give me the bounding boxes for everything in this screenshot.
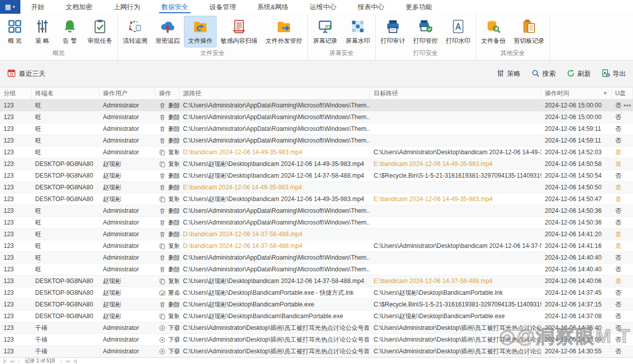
- ribbon-item-trace[interactable]: 流转追溯: [119, 16, 151, 47]
- column-header-1[interactable]: 分组: [0, 88, 32, 99]
- pager-prev-page-button[interactable]: ««: [10, 358, 14, 364]
- cell-usb: 否: [612, 205, 633, 216]
- table-row[interactable]: 123DESKTOP-9G8NA80赵现彬复制C:\Users\赵现彬\Desk…: [0, 193, 633, 205]
- cell-user: Administrator: [99, 346, 155, 357]
- table-row[interactable]: 123DESKTOP-9G8NA80赵现彬重命名C:\Users\赵现彬\Des…: [0, 287, 633, 299]
- tab-7[interactable]: 运维中心: [299, 0, 347, 14]
- table-row[interactable]: 123千禧Administrator下载C:\Users\Administrat…: [0, 334, 633, 346]
- ribbon-item-bell[interactable]: 告 警: [57, 16, 83, 47]
- ribbon-item-grid[interactable]: 概 览: [2, 16, 28, 47]
- cell-user: Administrator: [99, 217, 155, 228]
- cell-operation: 下载: [155, 334, 179, 345]
- app-grid-icon: ▦: [5, 3, 11, 11]
- row-more-button[interactable]: •••: [623, 100, 631, 111]
- table-row[interactable]: 123旺Administrator复制D:\bandicam 2024-12-0…: [0, 240, 633, 252]
- cell-operation: 删除: [155, 252, 179, 263]
- pager-prev-button[interactable]: ‹: [18, 358, 19, 364]
- date-filter-button[interactable]: 23 最近三天: [7, 69, 45, 79]
- cell-time: 2024-12-06 14:50:47: [541, 193, 612, 205]
- column-header-5[interactable]: 源路径: [179, 88, 370, 99]
- backup-icon: [485, 18, 502, 35]
- copy-operation-icon: [159, 161, 166, 167]
- filter-caret-icon[interactable]: ▼: [603, 88, 608, 99]
- table-row[interactable]: 123DESKTOP-9G8NA80赵现彬删除C:\Users\赵现彬\Desk…: [0, 170, 633, 182]
- sliders-button[interactable]: 策略: [496, 69, 520, 79]
- operation-label: 复制: [168, 193, 179, 205]
- pager-next-button[interactable]: ›: [61, 358, 62, 364]
- ribbon-item-wm-grid[interactable]: 屏幕水印: [342, 16, 374, 47]
- ribbon-item-folder-out[interactable]: 文件外发管控: [262, 16, 306, 47]
- ribbon-group: 概 览策 略告 警审批任务概览: [0, 14, 118, 60]
- table-row[interactable]: 123DESKTOP-9G8NA80赵现彬复制C:\Users\赵现彬\Desk…: [0, 158, 633, 170]
- table-row[interactable]: 123DESKTOP-9G8NA80赵现彬删除C:\Users\赵现彬\Desk…: [0, 299, 633, 311]
- cell-target-path: C:\Users\Administrator\Desktop\插画\员工被打耳光…: [370, 334, 541, 345]
- cell-user: 赵现彬: [99, 193, 155, 205]
- table-row[interactable]: 123旺Administrator删除C:\Users\Administrato…: [0, 205, 633, 217]
- tab-5[interactable]: 设备管理: [199, 0, 247, 14]
- table-row[interactable]: 123旺Administrator删除C:\Users\Administrato…: [0, 217, 633, 229]
- refresh-button[interactable]: 刷新: [567, 69, 591, 79]
- tab-4[interactable]: 数据安全: [151, 0, 199, 14]
- cell-time: 2024-12-06 14:37:08: [541, 311, 612, 322]
- ribbon-item-screen-rec[interactable]: 屏幕记录: [309, 16, 341, 47]
- pager-first-button[interactable]: |«: [3, 358, 6, 364]
- cell-user: 赵现彬: [99, 158, 155, 170]
- column-header-2[interactable]: 终端名: [32, 88, 99, 99]
- cell-group: 123: [0, 158, 32, 170]
- table-row[interactable]: 123DESKTOP-9G8NA80赵现彬复制C:\Users\赵现彬\Desk…: [0, 311, 633, 322]
- ribbon-item-printer-shield[interactable]: 打印管控: [410, 16, 441, 47]
- cell-group: 123: [0, 311, 32, 322]
- column-header-4[interactable]: 操作: [155, 88, 179, 99]
- cell-time: 2024-12-06 14:59:11: [541, 135, 612, 146]
- table-row[interactable]: 123旺Administrator删除C:\Users\Administrato…: [0, 123, 633, 135]
- table-row[interactable]: 123DESKTOP-9G8NA80赵现彬删除E:\bandicam 2024-…: [0, 182, 633, 193]
- ribbon-item-folder-return[interactable]: 文件操作: [184, 16, 216, 47]
- delete-operation-icon: [159, 301, 166, 308]
- pager-next-page-button[interactable]: »»: [65, 358, 70, 364]
- table-row[interactable]: 123旺Administrator删除C:\Users\Administrato…: [0, 111, 633, 123]
- delete-operation-icon: [159, 255, 166, 261]
- column-header-7[interactable]: 操作时间▼: [541, 88, 612, 99]
- export-button[interactable]: 导出: [602, 69, 626, 79]
- tab-2[interactable]: 文档加密: [55, 0, 103, 14]
- table-row[interactable]: 123旺Administrator删除C:\Users\Administrato…: [0, 135, 633, 147]
- operation-label: 删除: [168, 252, 179, 263]
- pager-last-button[interactable]: »|: [73, 358, 76, 364]
- column-header-3[interactable]: 操作用户: [99, 88, 155, 99]
- cell-operation: 复制: [155, 275, 179, 287]
- ribbon-item-doc-a[interactable]: 打印水印: [442, 16, 474, 47]
- table-row[interactable]: 123旺Administrator删除D:\bandicam 2024-12-0…: [0, 229, 633, 240]
- tab-3[interactable]: 上网行为: [103, 0, 151, 14]
- cell-terminal: 旺: [32, 100, 99, 111]
- column-header-8[interactable]: U盘: [612, 88, 633, 99]
- cell-terminal: DESKTOP-9G8NA80: [32, 287, 99, 298]
- cell-operation: 删除: [155, 182, 179, 193]
- table-row[interactable]: 123旺Administrator删除C:\Users\Administrato…: [0, 264, 633, 275]
- table-row[interactable]: 123千禧Administrator下载C:\Users\Administrat…: [0, 322, 633, 334]
- ribbon-item-label: 屏幕水印: [346, 37, 370, 45]
- ribbon-item-clipboard-check[interactable]: 审批任务: [84, 16, 116, 47]
- tab-6[interactable]: 系统&网络: [247, 0, 299, 14]
- cell-terminal: DESKTOP-9G8NA80: [32, 311, 99, 322]
- cell-time: 2024-12-06 14:50:36: [541, 217, 612, 228]
- table-row[interactable]: 123旺Administrator删除C:\Users\Administrato…: [0, 100, 633, 111]
- ribbon-item-backup[interactable]: 文件备份: [478, 16, 509, 47]
- table-row[interactable]: 123旺Administrator复制D:\bandicam 2024-12-0…: [0, 147, 633, 158]
- table-row[interactable]: 123千禧Administrator下载C:\Users\Administrat…: [0, 346, 633, 357]
- scan-icon: [231, 18, 247, 35]
- cell-usb: 是: [612, 193, 633, 205]
- table-row[interactable]: 123旺Administrator删除C:\Users\Administrato…: [0, 252, 633, 264]
- search-button[interactable]: 搜索: [532, 69, 556, 79]
- ribbon-item-sliders[interactable]: 策 略: [29, 16, 56, 47]
- app-menu-button[interactable]: ▦▼: [0, 0, 20, 14]
- ribbon-item-printer[interactable]: 打印审计: [377, 16, 409, 47]
- ribbon-group: 流转追溯泄密追踪文件操作敏感内容扫描文件外发管控文件安全: [118, 14, 308, 60]
- table-row[interactable]: 123DESKTOP-9G8NA80赵现彬复制C:\Users\赵现彬\Desk…: [0, 275, 633, 287]
- ribbon-item-clipboard-doc[interactable]: 剪切板记录: [510, 16, 548, 47]
- ribbon-item-leak[interactable]: 泄密追踪: [152, 16, 183, 47]
- tab-8[interactable]: 报表中心: [347, 0, 395, 14]
- tab-9[interactable]: 更多功能: [395, 0, 443, 14]
- column-header-6[interactable]: 目标路径: [370, 88, 541, 99]
- ribbon-item-scan[interactable]: 敏感内容扫描: [217, 16, 261, 47]
- tab-1[interactable]: 开始: [20, 0, 55, 14]
